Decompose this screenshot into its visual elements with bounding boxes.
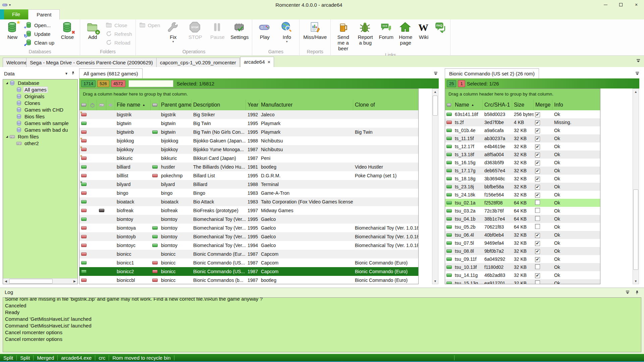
scroll-up-icon[interactable]: ▲: [633, 89, 639, 95]
tree-item[interactable]: ◢Database: [3, 79, 77, 86]
miss-have-button[interactable]: Miss/Have: [301, 20, 329, 48]
tree-item[interactable]: Games with bad du: [3, 126, 77, 133]
column-name[interactable]: Name▲: [453, 100, 483, 110]
stop-button[interactable]: STOP: [184, 20, 206, 48]
column-manufacturer[interactable]: Manufacturer: [259, 100, 353, 110]
scroll-right-icon[interactable]: ▶: [72, 279, 77, 284]
column-file-name[interactable]: File name▲: [115, 100, 151, 110]
merge-checkbox[interactable]: [535, 128, 540, 133]
rom-row[interactable]: tsu_02.1af2528f0864 KBOk: [445, 199, 600, 207]
merge-checkbox[interactable]: [535, 264, 540, 269]
game-row[interactable]: biofreakbiofreakBioFreaks (prototype)199…: [79, 206, 418, 215]
rom-row[interactable]: ts_18.18g3b36948c32 KBOk: [445, 175, 600, 183]
merge-checkbox[interactable]: [535, 144, 540, 149]
column-year[interactable]: Year: [246, 100, 259, 110]
column-clone-of[interactable]: Clone of: [353, 100, 418, 110]
ribbon-tab-parent[interactable]: Parent: [28, 9, 60, 19]
scroll-down-icon[interactable]: ▼: [633, 278, 639, 284]
column-description[interactable]: Description: [192, 100, 246, 110]
merge-checkbox[interactable]: [535, 193, 540, 198]
scrollbar-thumb[interactable]: [433, 96, 438, 116]
fix-dropdown-icon[interactable]: ▼: [172, 40, 174, 43]
merge-checkbox[interactable]: [535, 200, 540, 205]
tab-close-icon[interactable]: ×: [268, 59, 271, 65]
rom-row[interactable]: tsu_14.11g46b2ad8332 KBOk: [445, 271, 600, 279]
rom-row[interactable]: ts_17.17gdeb657e432 KBOk: [445, 167, 600, 175]
close-folder-button[interactable]: Close: [104, 21, 134, 29]
column-merge[interactable]: Merge: [534, 100, 552, 110]
rom-row[interactable]: ts.2f3ed7f0be4 KBMissing.: [445, 118, 600, 126]
game-row[interactable]: biomtoycbiomtoyBiomechanical Toy (Ver...…: [79, 241, 418, 250]
rom-status-column-icon[interactable]: [445, 100, 453, 110]
pause-button[interactable]: Pause: [206, 20, 228, 48]
scrollbar-thumb[interactable]: [633, 189, 638, 270]
fix-button[interactable]: Fix ▼: [162, 20, 184, 48]
sidebar-dropdown-icon[interactable]: ▼: [65, 72, 68, 75]
game-row[interactable]: bioniccblbioniccBionic Commandos (b...19…: [79, 276, 418, 284]
games-vertical-scrollbar[interactable]: ▲ ▼: [432, 88, 438, 284]
tree-item[interactable]: All games: [3, 86, 77, 93]
merge-checkbox[interactable]: [535, 224, 540, 229]
scroll-down-icon[interactable]: ▼: [432, 278, 438, 284]
tree-item[interactable]: Games with sample: [3, 120, 77, 126]
rom-row[interactable]: ts_11.15fab30237a32 KBOk: [445, 134, 600, 142]
roms-panel-collapse-icon[interactable]: [635, 71, 640, 77]
rom-row[interactable]: tsu_09.11f6a04929232 KBOk: [445, 255, 600, 263]
column-info[interactable]: Info: [552, 100, 600, 110]
info-button[interactable]: Info ▼: [276, 20, 298, 48]
merge-checkbox[interactable]: [535, 120, 540, 125]
game-row[interactable]: bigstrikbigstrikBig Striker1992Jaleco: [79, 110, 418, 119]
merge-checkbox[interactable]: [535, 169, 540, 174]
tree-item[interactable]: Clones: [3, 100, 77, 106]
rom-row[interactable]: tsu_06.4l40bf0eb432 KBOk: [445, 231, 600, 239]
update-database-button[interactable]: ↻ Update: [23, 29, 56, 38]
report-bug-button[interactable]: Report a bug: [354, 20, 376, 48]
faq-button[interactable]: [432, 20, 449, 48]
merge-checkbox[interactable]: [535, 249, 540, 254]
log-collapse-icon[interactable]: [625, 290, 630, 296]
rom-row[interactable]: ts_01b.4ea9a6cafa32 KBOk: [445, 126, 600, 134]
game-row[interactable]: bioatackbioatackBio Attack1983Taito Corp…: [79, 197, 418, 206]
rom-row[interactable]: tsu_05.2b70621f8364 KBOk: [445, 223, 600, 231]
game-row[interactable]: bioniccbioniccBionic Commando (Eur...198…: [79, 250, 418, 258]
rom-row[interactable]: tsu_04.1b38b1c7e464 KBOk: [445, 215, 600, 223]
open-database-button[interactable]: + Open...: [23, 21, 56, 29]
chd-column-icon[interactable]: [97, 100, 106, 110]
merge-checkbox[interactable]: [535, 153, 540, 158]
roms-panel-tab[interactable]: Bionic Commando (US set 2) (26 rom): [445, 68, 539, 78]
column-size[interactable]: Size: [512, 100, 534, 110]
rom-row[interactable]: tsu_03.2a72c3b76f64 KBOk: [445, 207, 600, 215]
forum-button[interactable]: Forum: [376, 20, 396, 48]
emulation-status-column-icon[interactable]: [88, 100, 97, 110]
sidebar-pin-icon[interactable]: [71, 71, 75, 76]
merge-checkbox[interactable]: [535, 233, 540, 238]
open-rompath-button[interactable]: Open: [137, 21, 162, 29]
log-pin-icon[interactable]: [635, 290, 639, 296]
game-row[interactable]: bilyardbilyardBilliard1988Terminal: [79, 180, 418, 189]
games-panel-collapse-icon[interactable]: [433, 71, 438, 77]
rom-row[interactable]: ts_16.15gd363b5f932 KBOk: [445, 159, 600, 167]
game-row[interactable]: bigtwinbigtwinBig Twin1995Playmark: [79, 119, 418, 128]
rom-row[interactable]: ts_24.18kf156e56432 KBOk: [445, 191, 600, 199]
merge-checkbox[interactable]: [535, 161, 540, 166]
rom-status-column-icon[interactable]: [79, 100, 88, 110]
game-row[interactable]: bionicc2bioniccBionic Commando (US...198…: [79, 267, 418, 276]
quick-access-toolbar[interactable]: ▾: [0, 2, 20, 8]
rom-row[interactable]: ts_23.18jbbfbe58a32 KBOk: [445, 183, 600, 191]
expander-icon[interactable]: ◢: [4, 135, 9, 138]
close-database-button[interactable]: ✖ Close: [56, 20, 78, 48]
tree-item[interactable]: ◢Rom files: [3, 133, 77, 140]
wiki-button[interactable]: Wiki: [415, 20, 432, 48]
quick-access-dropdown-icon[interactable]: ▾: [9, 3, 11, 7]
info-dropdown-icon[interactable]: ▼: [285, 40, 288, 43]
reload-folder-button[interactable]: Reload: [104, 38, 134, 47]
scroll-left-icon[interactable]: ◀: [3, 279, 9, 284]
minimize-button[interactable]: [598, 0, 613, 9]
new-database-button[interactable]: ★ New: [1, 20, 23, 48]
tree-item[interactable]: Originals: [3, 93, 77, 100]
game-row[interactable]: biomtoybiomtoyBiomechanical Toy (Ver...1…: [79, 215, 418, 224]
tree-horizontal-scrollbar[interactable]: ◀ ▶: [3, 278, 77, 284]
tabbar-collapse-icon[interactable]: [636, 58, 641, 64]
merge-checkbox[interactable]: [535, 208, 540, 213]
games-filter-input[interactable]: [128, 80, 173, 87]
